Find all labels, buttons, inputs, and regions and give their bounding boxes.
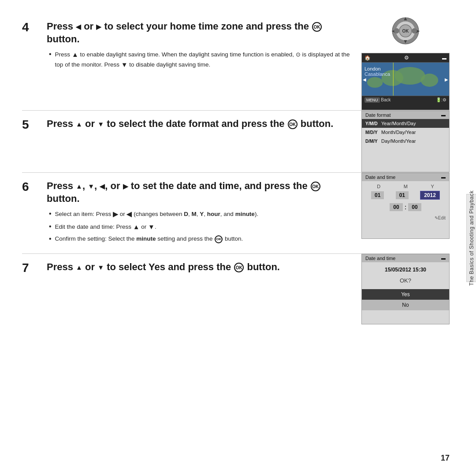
step5-title: Press ▲ or ▼ to select the date format a… [47,118,355,130]
step6-section: 6 Press ▲, ▼, ◀, or ▶ to set the date an… [22,173,355,253]
dt-title-bar: Date and time ▬ [362,173,449,181]
df-title-bar: Date format ▬ [362,111,449,119]
dt-edit-icon: ✎ [435,216,438,220]
tz-top-bar: 🏠 ⚙ ▬ [362,53,449,63]
tz-arrow-left: ◀ [363,77,366,82]
arrow-right-icon: ▶ [96,23,101,30]
df-row-dmy: D/M/Y Day/Month/Year [362,137,449,145]
dt-header-row: D M Y [362,181,449,190]
cf-datetime: 15/05/2012 15:30 [362,262,449,275]
step5-arrow-up: ▲ [76,120,82,128]
df-battery: ▬ [441,112,446,118]
step4-bullets: Press ▲ to enable daylight saving time. … [49,50,355,70]
df-label-dmy: Day/Month/Year [381,138,416,144]
step6-number: 6 [22,180,38,193]
dt-val-min: 00 [408,203,421,211]
svg-text:▲: ▲ [403,15,408,22]
step7-section: 7 Press ▲ or ▼ to select Yes and press t… [22,254,355,285]
step4-bullet1: Press ▲ to enable daylight saving time. … [49,50,355,70]
step5-right: Date format ▬ Y/M/D Year/Month/Day M/D/Y… [355,111,450,172]
tz-settings-icon: ⚙ [404,55,409,61]
tz-bottom-bar: MENU Back 🔋:⚙ [362,96,449,104]
cf-title: Date and time [365,256,395,261]
tz-casablanca: Casablanca [364,71,390,77]
menu-btn: MENU [364,97,380,103]
svg-point-12 [394,67,425,85]
back-label: Back [381,97,390,102]
ok-icon: OK [312,22,322,32]
dt-title: Date and time [365,175,395,180]
step6-bullet1: Select an item: Press ▶ or ◀ (changes be… [49,209,355,219]
step6-bullet3: Confirm the setting: Select the minute s… [49,234,355,244]
cf-no-row: No [362,300,449,310]
sidebar-tab: The Basics of Shooting and Playback [466,194,476,282]
step7-row: 7 Press ▲ or ▼ to select Yes and press t… [22,254,450,324]
step4-right: OK ▲ ▼ ◀ ▶ 🏠 ⚙ ▬ [355,13,450,110]
df-label-ymd: Year/Month/Day [381,121,416,126]
step6-row: 6 Press ▲, ▼, ◀, or ▶ to set the date an… [22,173,450,253]
step5-left: 5 Press ▲ or ▼ to select the date format… [22,111,355,172]
step4-left: 4 Press ◀ or ▶ to select your home time … [22,13,355,110]
sidebar-tab-text: The Basics of Shooting and Playback [469,190,475,286]
tz-right-icon: 🔋:⚙ [436,97,446,102]
step7-number: 7 [22,261,38,274]
cf-title-bar: Date and time ▬ [362,254,449,262]
dt-footer: ✎ Edit [362,214,449,222]
svg-point-8 [394,28,399,33]
tz-arrows: ◀ ▶ [362,77,449,82]
tz-arrow-right: ▶ [445,77,448,82]
dt-colon: : [405,204,407,211]
df-code-ymd: Y/M/D [365,121,379,126]
page-container: 4 Press ◀ or ▶ to select your home time … [0,0,476,476]
dt-edit-label: Edit [438,216,446,220]
cf-ok-text: OK? [362,275,449,286]
tz-cities: London Casablanca [364,66,390,77]
step6-left: 6 Press ▲, ▼, ◀, or ▶ to set the date an… [22,173,355,253]
df-row-mdy: M/D/Y Month/Day/Year [362,128,449,137]
step4-row: 4 Press ◀ or ▶ to select your home time … [22,13,450,110]
step5-number: 5 [22,118,38,131]
tz-home-icon: 🏠 [364,55,371,61]
dt-col-d: D [377,184,380,189]
df-label-mdy: Month/Day/Year [381,130,416,135]
df-row-ymd: Y/M/D Year/Month/Day [362,119,449,128]
dt-time-row: 00 : 00 [362,201,449,214]
menu-label: MENU Back [364,97,391,102]
dt-val-d: 01 [371,191,384,199]
step4-content: Press ◀ or ▶ to select your home time zo… [47,20,355,72]
svg-text:▼: ▼ [403,38,408,45]
df-code-mdy: M/D/Y [365,130,379,135]
dt-battery: ▬ [441,175,446,180]
dt-val-y: 2012 [420,191,440,200]
step6-content: Press ▲, ▼, ◀, or ▶ to set the date and … [47,180,355,246]
tz-map-area: London Casablanca ◀ ▶ [362,63,449,96]
dt-value-row: 01 01 2012 [362,190,449,201]
step5-content: Press ▲ or ▼ to select the date format a… [47,118,355,135]
datetime-screen: Date and time ▬ D M Y 01 01 2012 00 : 00 [361,173,450,239]
step4-number: 4 [22,20,38,33]
confirm-screen: Date and time ▬ 15/05/2012 15:30 OK? Yes… [361,254,450,324]
svg-text:OK: OK [402,29,409,33]
page-number: 17 [441,454,450,463]
tz-map-bg: London Casablanca ◀ ▶ [362,63,449,96]
step5-row: 5 Press ▲ or ▼ to select the date format… [22,111,450,172]
tz-london: London [364,66,390,71]
arrow-left-icon: ◀ [76,23,81,30]
step4-title: Press ◀ or ▶ to select your home time zo… [47,20,355,45]
step5-arrow-down: ▼ [97,120,104,128]
step6-title: Press ▲, ▼, ◀, or ▶ to set the date and … [47,180,355,205]
step7-content: Press ▲ or ▼ to select Yes and press the… [47,261,355,278]
step6-bullets: Select an item: Press ▶ or ◀ (changes be… [49,209,355,244]
cf-battery: ▬ [441,256,446,261]
dt-val-h: 00 [390,203,402,211]
ok-button-svg: OK ▲ ▼ ◀ ▶ [388,13,423,48]
dt-col-y: Y [431,184,434,189]
step5-ok-icon: OK [288,119,298,129]
step5-section: 5 Press ▲ or ▼ to select the date format… [22,111,355,142]
dt-col-m: M [404,184,408,189]
dt-val-m: 01 [396,191,409,199]
df-title: Date format [365,112,390,118]
step6-right: Date and time ▬ D M Y 01 01 2012 00 : 00 [355,173,450,253]
svg-point-9 [412,28,417,33]
step7-right: Date and time ▬ 15/05/2012 15:30 OK? Yes… [355,254,450,324]
